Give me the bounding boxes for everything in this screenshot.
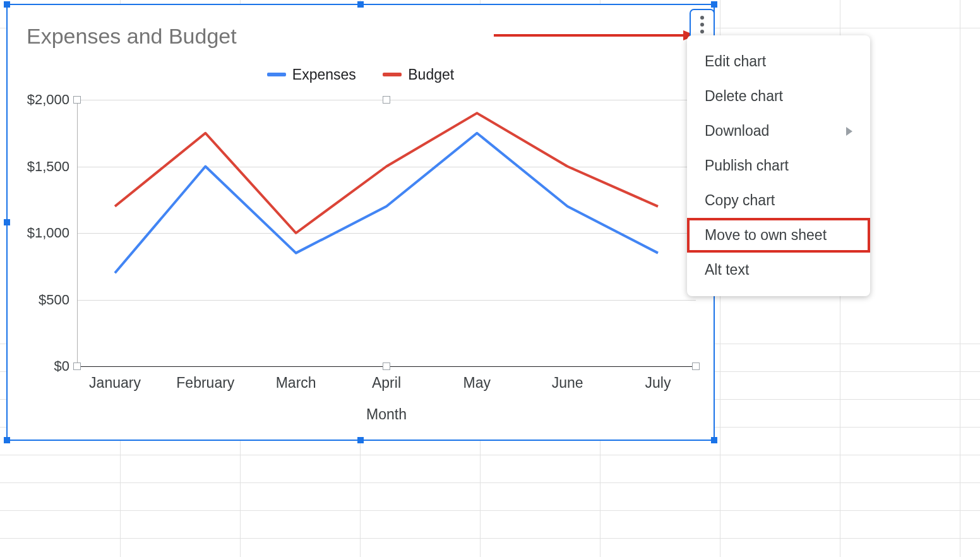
kebab-dot [700, 30, 704, 33]
y-tick-label: $2,000 [27, 92, 69, 108]
resize-handle[interactable] [357, 437, 364, 443]
menu-item-download[interactable]: Download [687, 114, 870, 148]
menu-item-label: Download [705, 123, 769, 140]
plot-resize-handle[interactable] [383, 96, 390, 104]
chart-title: Expenses and Budget [27, 24, 237, 49]
legend-swatch [383, 73, 402, 76]
line-expenses [115, 133, 658, 273]
y-tick-label: $0 [54, 358, 69, 374]
menu-item-alt-text[interactable]: Alt text [687, 253, 870, 287]
plot-resize-handle[interactable] [73, 362, 81, 370]
x-tick-label: February [176, 374, 234, 392]
resize-handle[interactable] [357, 1, 364, 8]
y-tick-label: $1,000 [27, 225, 69, 241]
line-budget [115, 113, 658, 233]
x-tick-label: May [463, 374, 491, 392]
x-axis-title: Month [77, 406, 696, 423]
chart-context-menu: Edit chartDelete chartDownloadPublish ch… [687, 35, 870, 296]
menu-item-label: Publish chart [705, 157, 789, 174]
x-tick-label: July [645, 374, 671, 392]
annotation-arrow [494, 29, 696, 42]
chart-legend: Expenses Budget [8, 63, 714, 83]
resize-handle[interactable] [711, 437, 717, 443]
chart-lines [77, 100, 696, 366]
menu-item-copy-chart[interactable]: Copy chart [687, 183, 870, 218]
legend-swatch [267, 73, 286, 76]
resize-handle[interactable] [4, 437, 10, 443]
plot-resize-handle[interactable] [383, 362, 390, 370]
menu-item-label: Move to own sheet [705, 227, 827, 244]
chart-object[interactable]: Expenses and Budget Expenses Budget Mont… [6, 4, 715, 441]
chart-plot-area: Month $0$500$1,000$1,500$2,000JanuaryFeb… [77, 100, 696, 366]
menu-item-edit-chart[interactable]: Edit chart [687, 44, 870, 79]
menu-item-publish-chart[interactable]: Publish chart [687, 148, 870, 183]
x-tick-label: January [89, 374, 141, 392]
chevron-right-icon [846, 127, 852, 136]
resize-handle[interactable] [4, 1, 10, 8]
menu-item-label: Edit chart [705, 53, 766, 70]
resize-handle[interactable] [4, 219, 10, 225]
legend-label: Budget [408, 66, 454, 83]
menu-item-move-to-own-sheet[interactable]: Move to own sheet [687, 218, 870, 253]
y-tick-label: $1,500 [27, 159, 69, 175]
plot-resize-handle[interactable] [73, 96, 81, 104]
x-tick-label: April [372, 374, 401, 392]
legend-label: Expenses [292, 66, 356, 83]
menu-item-delete-chart[interactable]: Delete chart [687, 79, 870, 114]
plot-resize-handle[interactable] [692, 362, 700, 370]
menu-item-label: Alt text [705, 261, 749, 278]
x-tick-label: June [552, 374, 583, 392]
legend-item-expenses: Expenses [267, 66, 356, 83]
x-tick-label: March [276, 374, 316, 392]
legend-item-budget: Budget [383, 66, 454, 83]
kebab-dot [700, 23, 704, 27]
y-tick-label: $500 [39, 292, 69, 308]
kebab-dot [700, 16, 704, 20]
resize-handle[interactable] [711, 1, 717, 8]
menu-item-label: Copy chart [705, 192, 775, 209]
menu-item-label: Delete chart [705, 88, 783, 105]
